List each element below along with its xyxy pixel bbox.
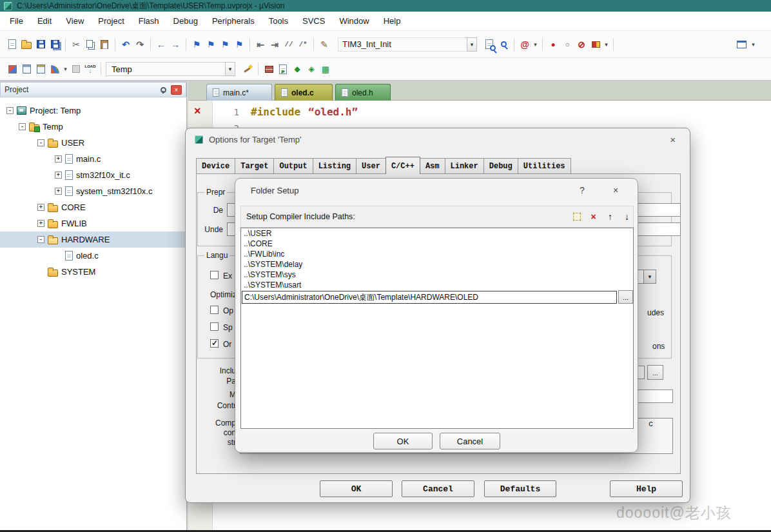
execute-only-checkbox[interactable] — [210, 271, 219, 279]
options-for-target-button[interactable] — [240, 62, 255, 76]
open-file-button[interactable] — [19, 37, 34, 52]
breakpoint-insert-button[interactable]: ● — [546, 37, 560, 52]
options-tab-linker[interactable]: Linker — [445, 158, 484, 173]
tree-item-main-c[interactable]: + main.c — [0, 151, 186, 167]
one-elf-checkbox[interactable] — [210, 339, 219, 348]
menu-item-peripherals[interactable]: Peripherals — [205, 12, 262, 31]
manage-project-items-button[interactable] — [262, 62, 276, 76]
project-panel-close-button[interactable]: × — [171, 85, 182, 95]
batch-build-dropdown[interactable]: ▾ — [62, 62, 69, 76]
options-cancel-button[interactable]: Cancel — [402, 480, 474, 497]
new-file-button[interactable] — [5, 37, 19, 52]
folder-help-button[interactable]: ? — [576, 185, 589, 195]
options-tab-c-cpp[interactable]: C/C++ — [386, 157, 420, 174]
path-list-item[interactable]: ..\CORE — [241, 239, 633, 249]
delete-path-button[interactable]: × — [586, 209, 601, 224]
path-list-item[interactable]: ..\SYSTEM\delay — [241, 259, 633, 270]
expand-toggle[interactable]: + — [37, 220, 44, 227]
browse-symbols-button[interactable]: @ — [518, 37, 532, 52]
expand-toggle[interactable]: + — [37, 204, 44, 211]
tree-item-fwlib[interactable]: + FWLIB — [0, 215, 186, 232]
path-list-item[interactable]: ..\SYSTEM\usart — [241, 280, 633, 290]
tree-item-user[interactable]: - USER — [0, 135, 186, 151]
path-list-item[interactable]: ..\SYSTEM\sys — [241, 270, 633, 280]
menu-item-debug[interactable]: Debug — [166, 12, 205, 31]
insert-path-button[interactable] — [569, 209, 584, 224]
save-button[interactable] — [34, 37, 48, 52]
pack-installer-button[interactable]: ▦ — [318, 62, 333, 76]
options-ok-button[interactable]: OK — [320, 480, 393, 497]
expand-toggle[interactable]: - — [37, 139, 44, 146]
menu-item-edit[interactable]: Edit — [30, 12, 59, 31]
menu-item-help[interactable]: Help — [376, 12, 408, 31]
menu-item-window[interactable]: Window — [332, 12, 376, 31]
copy-button[interactable] — [83, 37, 97, 52]
target-combo-arrow[interactable]: ▾ — [225, 62, 235, 76]
download-button[interactable]: LOAD ↓ — [83, 62, 97, 76]
tab-oled-c[interactable]: oled.c — [275, 84, 333, 101]
tree-item-system-stm32f10x-c[interactable]: + system_stm32f10x.c — [0, 183, 186, 199]
bookmark-clear-all-button[interactable]: ⚑ — [232, 37, 246, 52]
window-layout-button[interactable] — [734, 37, 748, 52]
manage-components-button[interactable]: ◈ — [304, 62, 318, 76]
target-select-combo[interactable]: Temp — [106, 62, 225, 76]
translate-button[interactable] — [5, 62, 19, 76]
indent-button[interactable]: ⇥ — [268, 37, 282, 52]
menu-item-tools[interactable]: Tools — [262, 12, 295, 31]
expand-toggle[interactable]: - — [6, 107, 14, 114]
pin-icon[interactable] — [160, 86, 167, 94]
menu-item-svcs[interactable]: SVCS — [295, 12, 332, 31]
expand-toggle[interactable]: - — [37, 236, 44, 243]
menu-item-project[interactable]: Project — [91, 12, 131, 31]
folder-cancel-button[interactable]: Cancel — [440, 433, 500, 449]
comment-selection-button[interactable]: // — [282, 37, 296, 52]
run-time-environment-button[interactable]: ◆ — [290, 62, 304, 76]
options-tab-asm[interactable]: Asm — [420, 158, 445, 173]
configure-bookmarks-icon[interactable]: ✎ — [317, 37, 331, 52]
options-tab-target[interactable]: Target — [235, 158, 274, 173]
tree-item-stm32f10x-it-c[interactable]: + stm32f10x_it.c — [0, 167, 186, 183]
tab-oled-h[interactable]: oled.h — [335, 84, 391, 101]
build-button[interactable] — [19, 62, 34, 76]
optimize-time-checkbox[interactable] — [210, 306, 219, 314]
find-button[interactable] — [496, 37, 511, 52]
tree-item-core[interactable]: + CORE — [0, 199, 186, 215]
menu-item-view[interactable]: View — [59, 12, 91, 31]
tab-main-c[interactable]: main.c* — [206, 84, 272, 101]
folder-ok-button[interactable]: OK — [373, 433, 433, 449]
expand-toggle[interactable]: + — [55, 172, 62, 179]
options-tab-listing[interactable]: Listing — [313, 158, 356, 173]
function-combo-arrow[interactable]: ▾ — [467, 37, 477, 52]
folder-close-button[interactable]: × — [609, 185, 622, 195]
options-tab-debug[interactable]: Debug — [483, 158, 518, 173]
options-tab-utilities[interactable]: Utilities — [518, 158, 571, 173]
options-tab-user[interactable]: User — [356, 158, 386, 173]
save-all-button[interactable] — [48, 37, 62, 52]
unindent-button[interactable]: ⇤ — [253, 37, 268, 52]
expand-toggle[interactable]: + — [55, 155, 62, 163]
move-down-button[interactable]: ↓ — [620, 209, 634, 224]
undo-button[interactable]: ↶ — [119, 37, 133, 52]
bookmark-prev-button[interactable]: ⚑ — [204, 37, 218, 52]
breakpoint-dropdown[interactable]: ▾ — [603, 37, 610, 52]
breakpoint-disable-all-button[interactable] — [589, 37, 603, 52]
tree-item-hardware[interactable]: - HARDWARE — [0, 232, 186, 248]
options-tab-output[interactable]: Output — [273, 158, 313, 173]
options-close-button[interactable]: × — [665, 133, 681, 146]
tree-item-temp[interactable]: - Temp — [0, 119, 186, 135]
bookmark-next-button[interactable]: ⚑ — [218, 37, 232, 52]
find-in-files-button[interactable] — [482, 37, 496, 52]
batch-build-button[interactable] — [48, 62, 62, 76]
menu-item-file[interactable]: File — [3, 12, 30, 31]
include-paths-browse-button[interactable]: ... — [647, 365, 663, 380]
bookmark-toggle-button[interactable]: ⚑ — [190, 37, 204, 52]
window-layout-dropdown[interactable]: ▾ — [750, 37, 757, 52]
stop-build-button[interactable] — [69, 62, 83, 76]
navigate-back-button[interactable]: ← — [154, 37, 168, 52]
uncomment-selection-button[interactable]: /* — [296, 37, 310, 52]
warnings-combo-arrow[interactable]: ▼ — [643, 270, 656, 284]
rebuild-button[interactable] — [34, 62, 48, 76]
path-list-item[interactable]: ..\FWLib\inc — [241, 249, 633, 259]
paste-button[interactable] — [97, 37, 112, 52]
file-extensions-button[interactable] — [276, 62, 290, 76]
